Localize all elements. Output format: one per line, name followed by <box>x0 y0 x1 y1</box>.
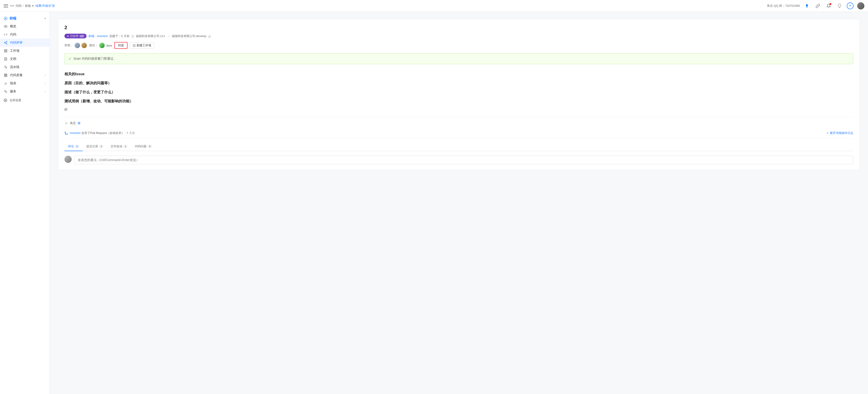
expand-arrow-icon: ∨ <box>827 131 830 135</box>
pr-section-issue: 相关的Issue <box>64 71 853 77</box>
activity-user-link[interactable]: moment <box>70 131 81 135</box>
sidebar-item-quality[interactable]: 代码质量 › <box>0 71 50 79</box>
reviewer-avatar-1[interactable] <box>74 43 80 48</box>
pr-detail-container: 2 已合并 17 前端 - moment 创建于：5 天前 福报科技有 <box>58 19 860 170</box>
breadcrumb-frontend: 前端 <box>25 4 31 8</box>
tab-code-issues[interactable]: 代码问题 0 <box>131 142 155 151</box>
tab-comments[interactable]: 评论 0 <box>64 142 83 151</box>
sidebar-item-label-code: 代码 <box>10 33 16 37</box>
qq-info: 售后 QQ 群：732702389 <box>767 4 800 8</box>
bulb-icon-btn[interactable] <box>836 2 843 9</box>
reactions-add-icon[interactable]: ⊕ <box>78 121 81 125</box>
breadcrumb-dropdown-icon[interactable]: ▾ <box>32 4 34 7</box>
testers-label: 测试： <box>89 43 98 47</box>
tasks-icon <box>4 49 8 53</box>
notification-bell-btn[interactable] <box>825 2 832 9</box>
review-icon <box>4 41 8 45</box>
pr-meta: 已合并 17 前端 - moment 创建于：5 天前 福报科技有限公司:111… <box>64 34 853 38</box>
tab-files-count: 1 <box>123 145 127 148</box>
reviewer-group: 审查： <box>64 43 87 48</box>
tester-avatar[interactable] <box>99 43 105 48</box>
reports-icon <box>4 81 8 86</box>
sidebar-item-tasks[interactable]: 工作项 <box>0 47 50 55</box>
return-button[interactable]: 回退 <box>114 42 127 49</box>
quality-icon <box>4 73 8 77</box>
sidebar-item-label-tasks: 工作项 <box>10 49 20 53</box>
sidebar-section-title: 前端 <box>9 16 16 21</box>
notification-dot <box>830 3 831 5</box>
activity-text: moment 合并了Pull Request（自动合并） 5 天前 <box>70 131 825 135</box>
tab-comments-label: 评论 <box>68 144 74 149</box>
link-icon-btn[interactable] <box>814 2 822 9</box>
tab-files-label: 文件改动 <box>111 144 122 149</box>
pr-good-text: 好 <box>64 107 853 111</box>
svg-rect-16 <box>4 74 7 76</box>
svg-point-7 <box>6 43 7 44</box>
plus-btn[interactable]: + <box>847 2 854 9</box>
svg-point-29 <box>67 134 68 135</box>
sidebar-item-label-overview: 概览 <box>10 24 16 29</box>
services-icon <box>4 90 8 94</box>
emoji-icon[interactable]: ☺ <box>64 121 68 125</box>
sidebar-section-header[interactable]: 前端 ▾ <box>0 14 50 22</box>
pipeline-icon <box>4 65 8 69</box>
user-avatar[interactable] <box>857 2 864 9</box>
pr-section-desc: 描述（做了什么，变更了什么） <box>64 90 853 95</box>
activity-expand-link[interactable]: ∨ 展开详细操作日志 <box>827 131 853 135</box>
sidebar-item-services[interactable]: 服务 › <box>0 88 50 96</box>
breadcrumb: </> 代码 / 前端 ▾ <box>10 4 34 8</box>
svg-point-30 <box>65 132 66 133</box>
sidebar-item-pipeline[interactable]: 流水线 <box>0 63 50 71</box>
activity-action-text: 合并了Pull Request（自动合并） <box>81 131 125 135</box>
tab-commits[interactable]: 提交记录 2 <box>83 142 107 151</box>
top-navigation: </> 代码 / 前端 ▾ 续费/升级/扩容 售后 QQ 群：732702389 <box>0 0 868 12</box>
scan-message: Scan 代码扫描质量门禁通过。 <box>73 57 116 61</box>
sidebar-back-icon <box>4 17 8 21</box>
tester-name: Jess <box>106 44 112 47</box>
code-icon: </> <box>10 4 14 7</box>
pr-source-repo: 福报科技有限公司:111 <box>136 34 165 38</box>
svg-point-5 <box>6 41 7 42</box>
sidebar-item-code[interactable]: 代码 <box>0 31 50 39</box>
sidebar-item-label-review: 代码评审 <box>10 41 23 45</box>
tab-code-issues-count: 0 <box>148 145 152 148</box>
reactions-label: 表态 <box>70 121 76 125</box>
sidebar-footer-settings[interactable]: 仓库设置 <box>0 96 50 105</box>
code-icon <box>4 33 8 37</box>
svg-rect-13 <box>4 51 5 52</box>
tester-group: 测试： Jess <box>89 43 112 48</box>
tab-commits-label: 提交记录 <box>86 144 98 149</box>
eye-icon <box>4 24 8 29</box>
pr-activity-row: moment 合并了Pull Request（自动合并） 5 天前 ∨ 展开详细… <box>64 128 853 138</box>
tab-comments-count: 0 <box>75 145 79 148</box>
new-task-label: 新建工作项 <box>136 43 151 47</box>
activity-expand-label: 展开详细操作日志 <box>830 131 853 135</box>
tab-code-issues-label: 代码问题 <box>135 144 147 149</box>
sidebar-item-review[interactable]: 代码评审 <box>0 39 50 47</box>
comment-input[interactable] <box>74 156 853 164</box>
sidebar-item-docs[interactable]: 文档 <box>0 55 50 63</box>
svg-rect-25 <box>209 36 211 37</box>
commenter-avatar <box>64 156 72 163</box>
reviewer-avatar-2[interactable] <box>81 43 87 48</box>
tab-files[interactable]: 文件改动 1 <box>107 142 131 151</box>
main-content: 2 已合并 17 前端 - moment 创建于：5 天前 福报科技有 <box>50 12 868 394</box>
scan-result-banner: ✓ Scan 代码扫描质量门禁通过。 <box>64 53 853 64</box>
menu-icon[interactable] <box>4 4 8 7</box>
flame-icon-btn[interactable] <box>803 2 811 9</box>
svg-line-8 <box>5 43 6 43</box>
svg-rect-10 <box>4 50 5 51</box>
sidebar-item-overview[interactable]: 概览 <box>0 22 50 31</box>
sidebar-item-reports[interactable]: 报表 › <box>0 79 50 88</box>
new-task-button[interactable]: 新建工作项 <box>130 42 154 48</box>
svg-rect-11 <box>6 50 7 51</box>
file-icon <box>131 34 134 38</box>
svg-point-6 <box>4 42 5 43</box>
sidebar-collapse-icon[interactable]: ▾ <box>44 17 46 20</box>
pr-created-text: 创建于：5 天前 <box>110 34 129 38</box>
upgrade-link[interactable]: 续费/升级/扩容 <box>35 4 55 8</box>
pr-source-branch[interactable]: 前端 - moment <box>88 34 107 38</box>
scan-ok-icon: ✓ <box>68 56 72 61</box>
activity-time: 5 天前 <box>127 131 135 135</box>
pr-tabs: 评论 0 提交记录 2 文件改动 1 代码问题 0 <box>64 142 853 151</box>
